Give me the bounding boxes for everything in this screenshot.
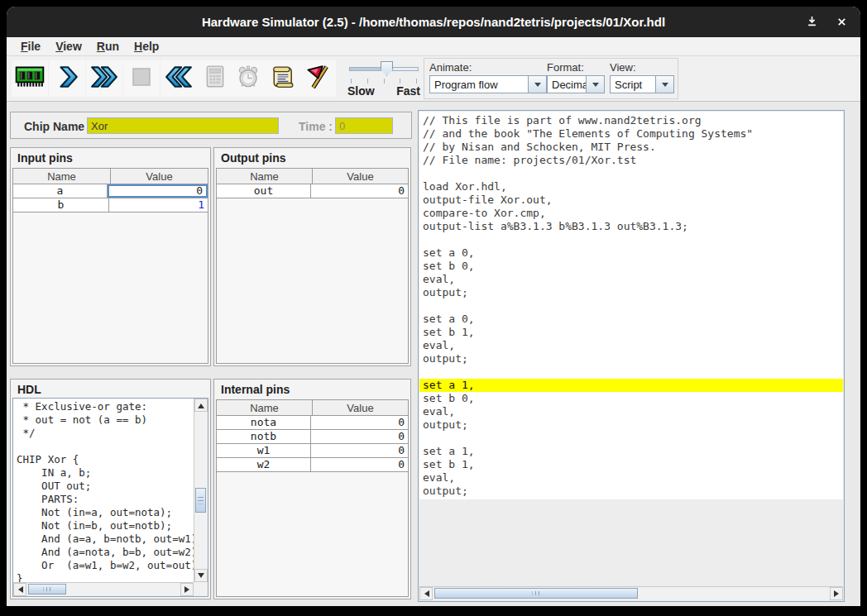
scroll-icon — [271, 64, 295, 93]
format-value[interactable]: Decimal — [547, 75, 587, 93]
hdl-line: And (a=nota, b=b, out=w2); — [17, 546, 194, 559]
triangle-right-icon — [834, 590, 842, 597]
view-script-button[interactable] — [265, 60, 301, 97]
scroll-left-button[interactable] — [13, 583, 26, 596]
calculator-icon — [204, 64, 226, 93]
menu-view[interactable]: View — [48, 38, 89, 55]
pin-value: 0 — [311, 458, 408, 471]
script-line: // and the book "The Elements of Computi… — [419, 127, 843, 141]
run-button[interactable] — [86, 60, 122, 97]
view-combobox[interactable]: Script — [610, 75, 674, 93]
triangle-left-icon — [15, 586, 23, 593]
time-field — [335, 117, 393, 134]
pin-name: a — [13, 184, 108, 198]
slider-slow-label: Slow — [347, 84, 375, 98]
triangle-down-icon — [198, 573, 204, 581]
view-dropdown-arrow[interactable] — [656, 75, 674, 93]
script-horizontal-scrollbar[interactable] — [419, 586, 843, 600]
hdl-line: And (a=a, b=notb, out=w1); — [17, 532, 194, 546]
pin-value: 0 — [311, 184, 408, 198]
hdl-line: * Exclusive-or gate: — [17, 400, 194, 413]
slider-fast-label: Fast — [396, 84, 420, 98]
hdl-line — [17, 440, 194, 453]
pin-value: 0 — [311, 430, 408, 443]
hdl-horizontal-scrollbar[interactable] — [13, 582, 194, 596]
minimize-button[interactable] — [802, 13, 821, 31]
speed-slider: Slow Fast — [347, 60, 420, 99]
clock-button[interactable] — [230, 60, 266, 97]
load-chip-button[interactable] — [12, 60, 48, 97]
vertical-scroll-thumb[interactable] — [195, 488, 206, 513]
hdl-line: Or (a=w1, b=w2, out=out); — [17, 559, 194, 572]
scroll-right-button[interactable] — [830, 587, 843, 600]
internal-pins-panel: Internal pins Name Value nota 0 notb 0 w… — [213, 379, 411, 599]
script-line: // This file is part of www.nand2tetris.… — [419, 114, 843, 127]
view-value[interactable]: Script — [610, 75, 656, 93]
script-line: output; — [419, 286, 843, 299]
speed-slider-thumb[interactable] — [381, 61, 393, 76]
close-icon — [837, 15, 846, 29]
scroll-left-button[interactable] — [419, 587, 433, 600]
script-line: output-file Xor.out, — [419, 193, 843, 207]
close-button[interactable] — [832, 13, 850, 31]
table-row: a 0 — [13, 184, 208, 198]
pin-name: notb — [217, 430, 311, 443]
hdl-line: IN a, b; — [17, 466, 194, 480]
hdl-vertical-scrollbar[interactable] — [194, 399, 208, 582]
scroll-up-button[interactable] — [194, 399, 208, 412]
pin-name: b — [13, 198, 109, 212]
table-header: Name Value — [217, 169, 408, 184]
scroll-right-button[interactable] — [180, 583, 194, 596]
chip-name-field[interactable] — [87, 117, 279, 134]
format-combobox[interactable]: Decimal — [547, 75, 605, 93]
animate-dropdown-arrow[interactable] — [529, 75, 547, 93]
pin-name: w1 — [217, 444, 311, 457]
script-line: set b 0, — [419, 260, 843, 273]
animate-value[interactable]: Program flow — [429, 75, 529, 93]
reset-button[interactable] — [160, 60, 197, 97]
script-line: set b 1, — [419, 326, 843, 339]
speed-slider-ticks — [351, 79, 417, 84]
table-row: b 1 — [13, 198, 208, 212]
title-bar: Hardware Simulator (2.5) - /home/thomas/… — [7, 7, 860, 37]
breakpoints-button[interactable] — [299, 60, 336, 97]
hdl-line: */ — [17, 427, 194, 440]
single-step-button[interactable] — [49, 60, 85, 97]
scroll-down-button[interactable] — [194, 569, 208, 582]
hdl-line: Not (in=a, out=nota); — [17, 506, 194, 519]
script-line — [419, 365, 843, 379]
script-line: eval, — [419, 471, 843, 485]
stop-button[interactable] — [123, 60, 160, 97]
script-line: // File name: projects/01/Xor.tst — [419, 154, 843, 167]
time-label: Time : — [299, 120, 333, 133]
horizontal-scroll-thumb[interactable] — [28, 584, 66, 595]
memory-chip-icon — [15, 65, 45, 92]
horizontal-scroll-thumb[interactable] — [434, 588, 638, 599]
animate-combobox[interactable]: Program flow — [429, 75, 547, 93]
app-window: Hardware Simulator (2.5) - /home/thomas/… — [7, 7, 860, 606]
script-line: // by Nisan and Schocken, MIT Press. — [419, 141, 843, 154]
col-value-header: Value — [313, 400, 408, 415]
stop-square-icon — [130, 65, 153, 92]
menu-help[interactable]: Help — [127, 38, 166, 55]
menu-run[interactable]: Run — [89, 38, 127, 55]
output-pins-title: Output pins — [214, 148, 410, 166]
chip-name-label: Chip Name : — [24, 120, 92, 133]
script-line: eval, — [419, 339, 843, 352]
format-dropdown-arrow[interactable] — [587, 75, 605, 93]
hdl-title: HDL — [11, 380, 210, 398]
pin-value-editor[interactable]: 0 — [108, 184, 208, 198]
script-line: compare-to Xor.cmp, — [419, 207, 843, 220]
script-line: eval, — [419, 273, 843, 286]
script-line: set a 0, — [419, 313, 843, 326]
triangle-right-icon — [184, 586, 193, 593]
menu-file[interactable]: File — [13, 38, 48, 55]
script-line: output; — [419, 418, 843, 432]
alarm-clock-icon — [237, 64, 260, 93]
script-line: output; — [419, 485, 843, 498]
col-name-header: Name — [217, 400, 313, 415]
pin-name: w2 — [217, 458, 311, 471]
script-line — [419, 432, 843, 445]
calculator-button[interactable] — [197, 60, 233, 97]
pin-value[interactable]: 1 — [109, 198, 208, 212]
